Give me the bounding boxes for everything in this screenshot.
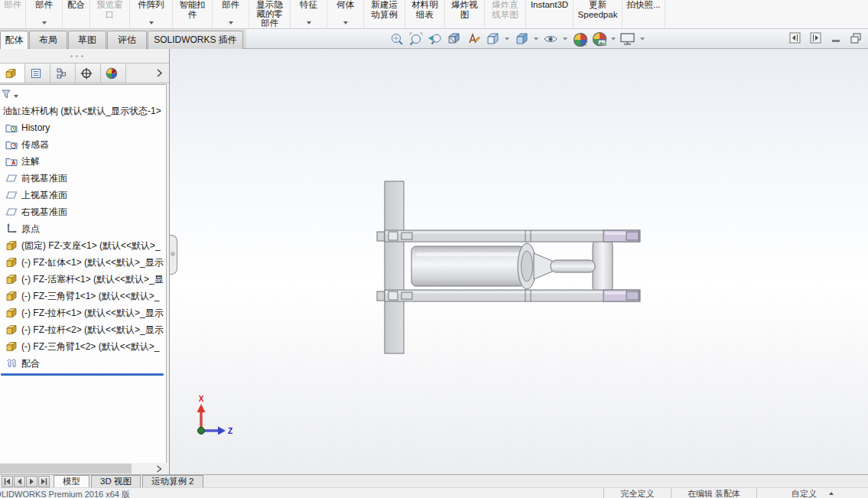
move-component-button[interactable]: 部件 (213, 0, 249, 28)
tab-dimxpert-manager[interactable] (76, 63, 101, 83)
previous-view-icon[interactable] (427, 31, 444, 47)
tab-property-manager[interactable] (25, 63, 50, 83)
scroll-right-button[interactable] (151, 463, 167, 474)
tree-item-component-sanjiaobi1-1[interactable]: (-) FZ-三角臂1<1> (默认<<默认>_ (0, 288, 166, 304)
panel-splitter-handle[interactable] (170, 235, 177, 275)
tree-horizontal-scrollbar[interactable] (0, 463, 167, 474)
dropdown-arrow-icon[interactable] (149, 21, 154, 24)
apply-scene-dropdown-icon[interactable] (611, 37, 616, 41)
tab-sketch[interactable]: 草图 (68, 31, 106, 49)
scrollbar-thumb[interactable] (0, 464, 132, 474)
last-tab-button[interactable] (38, 476, 50, 487)
tree-item-component-sanjiaobi1-2[interactable]: (-) FZ-三角臂1<2> (默认<<默认>_ (0, 338, 166, 355)
take-snapshot-button[interactable]: 拍快照... (623, 0, 665, 28)
part-icon (5, 307, 18, 319)
next-tab-button[interactable] (26, 476, 37, 487)
insert-components-button[interactable]: 部件 (26, 0, 63, 28)
display-style-icon[interactable] (513, 31, 530, 47)
tree-item-mates[interactable]: 配合 (0, 355, 166, 372)
cylinder-body[interactable] (411, 246, 525, 286)
tree-item-component-zhizuo[interactable]: (固定) FZ-支座<1> (默认<<默认>_ (0, 237, 166, 254)
tab-feature-manager-tree[interactable] (0, 63, 25, 83)
feature-tree: 油缸连杆机构 (默认<默认_显示状态-1> History 传感器 注解 前视基… (0, 84, 167, 463)
dropdown-arrow-icon[interactable] (42, 21, 47, 24)
tree-item-component-lagan1[interactable]: (-) FZ-拉杆<1> (默认<<默认>_显示 (0, 304, 166, 321)
bill-of-materials-button[interactable]: 材料明 细表 (405, 0, 445, 28)
dropdown-arrow-icon[interactable] (307, 21, 311, 24)
tab-display-manager[interactable] (101, 63, 126, 83)
dropdown-arrow-icon[interactable] (343, 21, 348, 24)
piston-rod[interactable] (551, 260, 595, 272)
zoom-to-area-icon[interactable] (408, 31, 424, 47)
exploded-view-button[interactable]: 爆炸视 图 (445, 0, 485, 28)
tab-configuration-manager[interactable] (50, 63, 76, 83)
hinge-tab-bottom[interactable] (377, 291, 385, 301)
tree-item-sensors[interactable]: 传感器 (0, 136, 166, 153)
instant3d-button[interactable]: Instant3D (526, 0, 574, 28)
hide-show-items-icon[interactable] (542, 31, 559, 47)
section-view-icon[interactable] (446, 31, 463, 47)
update-speedpak-button[interactable]: 更新 Speedpak (574, 0, 623, 28)
minimize-window-button[interactable] (831, 33, 841, 46)
explode-line-sketch-button[interactable]: 爆炸直 线草图 (485, 0, 526, 28)
mate-button[interactable]: 配合 (63, 0, 90, 28)
apply-scene-icon[interactable] (590, 31, 607, 47)
tree-item-annotations[interactable]: 注解 (0, 153, 166, 170)
rollback-bar[interactable] (1, 373, 164, 376)
tab-evaluate[interactable]: 评估 (107, 31, 147, 49)
doc-tab-3d-views[interactable]: 3D 视图 (91, 475, 141, 487)
first-tab-button[interactable] (2, 476, 13, 487)
rod-cone[interactable] (534, 253, 552, 279)
dropdown-arrow-icon[interactable] (229, 21, 233, 24)
panel-resize-grip[interactable] (0, 49, 169, 63)
tree-item-top-plane[interactable]: 上视基准面 (0, 187, 166, 203)
view-orientation-icon[interactable] (484, 31, 501, 47)
annotation-visibility-icon[interactable] (465, 31, 482, 47)
smart-fasteners-button[interactable]: 智能扣 件 (173, 0, 213, 28)
tree-item-front-plane[interactable]: 前视基准面 (0, 170, 166, 187)
hinge-tab-top[interactable] (377, 232, 385, 241)
previous-tab-button[interactable] (14, 476, 25, 487)
component-preview-window-button[interactable]: 预览窗 口 (90, 0, 130, 28)
panel-tab-overflow-button[interactable] (149, 63, 169, 83)
collapse-left-pane-button[interactable] (789, 32, 801, 46)
zoom-to-fit-icon[interactable] (388, 31, 405, 47)
restore-window-button[interactable] (850, 33, 862, 46)
new-motion-study-button[interactable]: 新建运 动算例 (364, 0, 405, 28)
tab-assembly[interactable]: 配体 (0, 31, 28, 49)
bracket-plate[interactable] (385, 181, 404, 353)
tree-item-origin[interactable]: 原点 (0, 220, 166, 237)
filter-icon[interactable] (2, 89, 12, 99)
reference-geometry-button[interactable]: 何体 (327, 0, 364, 28)
filter-dropdown-icon[interactable] (14, 95, 18, 98)
doc-tab-model[interactable]: 模型 (54, 475, 89, 487)
hydraulic-linkage-model[interactable] (377, 181, 640, 353)
tab-layout[interactable]: 布局 (29, 31, 67, 49)
linear-component-pattern-button[interactable]: 件阵列 (130, 0, 173, 28)
tree-item-component-lagan2[interactable]: (-) FZ-拉杆<2> (默认<<默认>_显示 (0, 321, 166, 338)
link-bar-top[interactable] (385, 230, 640, 242)
tree-item-history[interactable]: History (0, 119, 166, 136)
orientation-triad: X Z (197, 395, 233, 435)
hide-show-items-dropdown-icon[interactable] (563, 37, 567, 41)
show-hidden-components-button[interactable]: 显示隐 藏的零 部件 (249, 0, 291, 28)
expand-right-pane-button[interactable] (810, 32, 821, 46)
assembly-features-button[interactable]: 特征 (291, 0, 327, 28)
tree-item-component-gangti[interactable]: (-) FZ-缸体<1> (默认<<默认>_显示 (0, 254, 166, 271)
graphics-area[interactable]: X Z (170, 49, 868, 474)
model-3d-view[interactable]: X Z (170, 49, 868, 474)
edit-component-button[interactable]: 部件 (0, 0, 26, 28)
link-bar-bottom[interactable] (385, 290, 640, 301)
status-custom-dropdown[interactable]: 自定义 (756, 488, 868, 498)
view-settings-icon[interactable] (619, 31, 636, 47)
tree-item-right-plane[interactable]: 右视基准面 (0, 203, 166, 220)
tree-item-assembly-root[interactable]: 油缸连杆机构 (默认<默认_显示状态-1> (0, 103, 166, 119)
tree-item-component-huosaigan[interactable]: (-) FZ-活塞杆<1> (默认<<默认>_显 (0, 271, 166, 288)
edit-appearance-icon[interactable] (571, 31, 588, 47)
tab-solidworks-addins[interactable]: SOLIDWORKS 插件 (148, 31, 243, 49)
view-orientation-dropdown-icon[interactable] (505, 37, 509, 41)
doc-tab-motion-study-2[interactable]: 运动算例 2 (142, 475, 203, 487)
triangle-arm-link[interactable] (593, 239, 613, 294)
view-settings-dropdown-icon[interactable] (640, 37, 645, 41)
display-style-dropdown-icon[interactable] (534, 37, 538, 41)
